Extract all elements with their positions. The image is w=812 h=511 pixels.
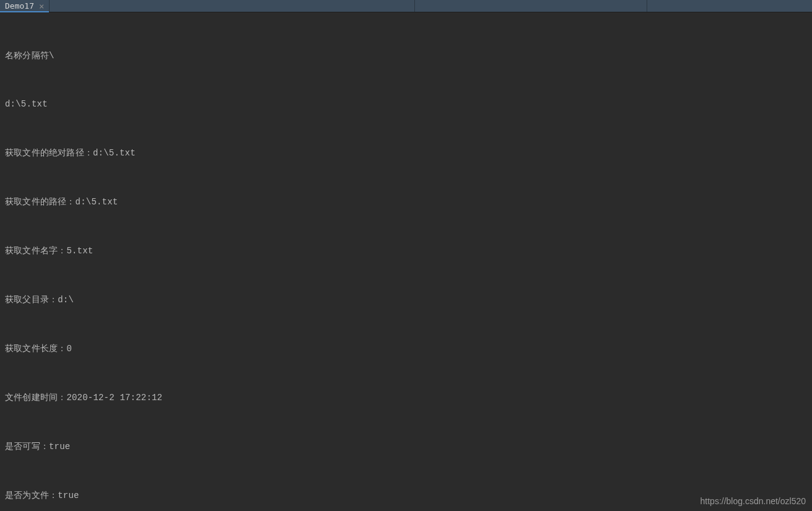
watermark: https://blog.csdn.net/ozl520: [701, 496, 806, 506]
tab-spacer: [49, 0, 414, 12]
output-line: 获取文件长度：0: [5, 341, 807, 357]
output-line: 获取文件的绝对路径：d:\5.txt: [5, 145, 807, 161]
tab-label: Demo17: [5, 1, 34, 11]
console-output: 名称分隔符\ d:\5.txt 获取文件的绝对路径：d:\5.txt 获取文件的…: [0, 12, 812, 511]
tab-demo17[interactable]: Demo17 ×: [0, 0, 49, 12]
output-line: 是否可写：true: [5, 439, 807, 455]
output-line: 名称分隔符\: [5, 48, 807, 64]
output-line: 是否为文件：true: [5, 487, 807, 504]
output-line: 获取文件名字：5.txt: [5, 243, 807, 259]
tab-bar: Demo17 ×: [0, 0, 812, 12]
tab-spacer: [647, 0, 812, 12]
output-line: 获取父目录：d:\: [5, 292, 807, 308]
output-line: 文件创建时间：2020-12-2 17:22:12: [5, 390, 807, 406]
output-line: 获取文件的路径：d:\5.txt: [5, 194, 807, 210]
output-line: d:\5.txt: [5, 96, 807, 112]
close-icon[interactable]: ×: [39, 1, 44, 11]
tab-spacer: [414, 0, 647, 12]
